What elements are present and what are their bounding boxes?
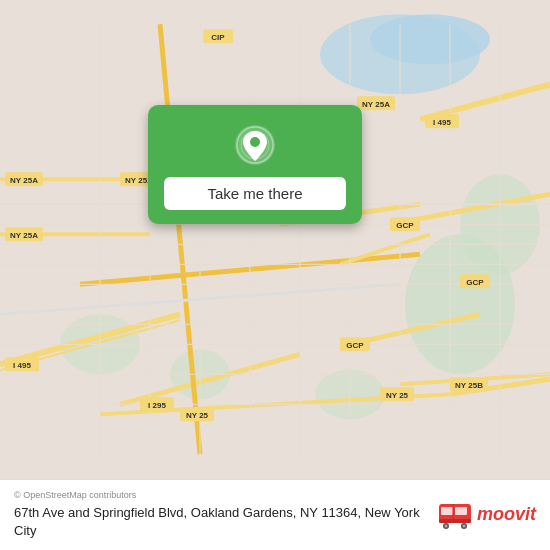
svg-text:GCP: GCP [346, 341, 364, 350]
svg-point-82 [444, 524, 447, 527]
take-me-there-button[interactable]: Take me there [164, 177, 346, 210]
svg-point-2 [370, 14, 490, 64]
map-area: CIP NY 25A NY 25A NY 25A NY 25A I 495 I … [0, 0, 550, 479]
svg-text:NY 25: NY 25 [386, 391, 409, 400]
app-container: CIP NY 25A NY 25A NY 25A NY 25A I 495 I … [0, 0, 550, 550]
svg-text:I 495: I 495 [13, 361, 31, 370]
attribution-text: © OpenStreetMap contributors [14, 490, 136, 500]
location-pin-icon [233, 123, 277, 167]
svg-point-75 [250, 137, 260, 147]
svg-text:I 295: I 295 [148, 401, 166, 410]
bottom-info: © OpenStreetMap contributors 67th Ave an… [14, 490, 427, 540]
svg-text:CIP: CIP [211, 33, 225, 42]
svg-rect-79 [439, 519, 471, 523]
bottom-bar: © OpenStreetMap contributors 67th Ave an… [0, 479, 550, 550]
moovit-logo: moovit [437, 501, 536, 529]
svg-text:GCP: GCP [396, 221, 414, 230]
map-background: CIP NY 25A NY 25A NY 25A NY 25A I 495 I … [0, 0, 550, 479]
svg-rect-78 [455, 507, 467, 515]
moovit-text: moovit [477, 504, 536, 525]
address-text: 67th Ave and Springfield Blvd, Oakland G… [14, 504, 427, 540]
svg-text:NY 25A: NY 25A [10, 176, 38, 185]
svg-text:GCP: GCP [466, 278, 484, 287]
map-popup: Take me there [148, 105, 362, 224]
moovit-bus-icon [437, 501, 473, 529]
svg-text:NY 25: NY 25 [186, 411, 209, 420]
svg-text:NY 25A: NY 25A [10, 231, 38, 240]
svg-text:NY 25B: NY 25B [455, 381, 483, 390]
svg-rect-77 [441, 507, 453, 515]
map-attribution: © OpenStreetMap contributors [14, 490, 427, 500]
svg-text:NY 25A: NY 25A [362, 100, 390, 109]
svg-text:I 495: I 495 [433, 118, 451, 127]
svg-point-83 [462, 524, 465, 527]
